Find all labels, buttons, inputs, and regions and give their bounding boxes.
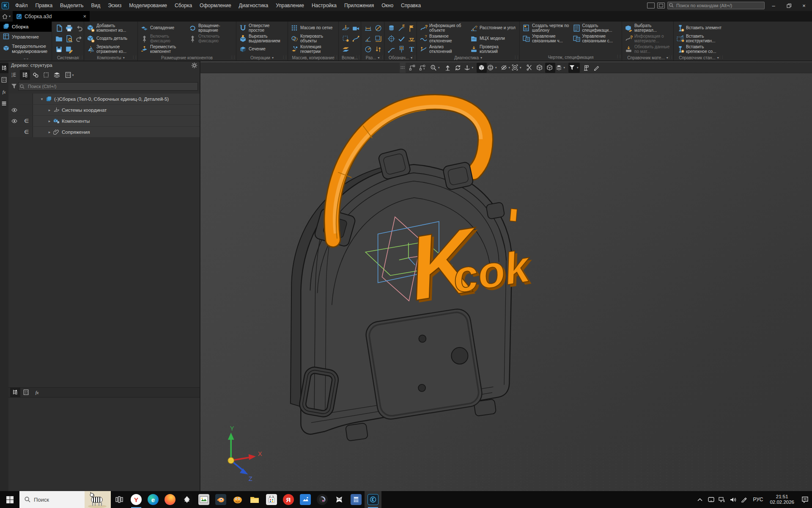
menu-item-4[interactable]: Эскиз (104, 1, 125, 10)
recessed-panel[interactable] (364, 307, 484, 421)
tray-expand-icon[interactable] (694, 491, 705, 508)
group-drag-dots-icon[interactable]: ⋮⋮ (282, 55, 287, 59)
screw-hole[interactable] (419, 335, 426, 342)
dropdown-caret-icon[interactable]: ▾ (576, 66, 579, 69)
yandex-browser-icon[interactable]: Y (128, 491, 145, 508)
ribbon-collapse-icon[interactable]: ⌄⌄ (0, 56, 52, 60)
filter-icon[interactable] (11, 83, 17, 89)
inkscape-icon[interactable] (178, 491, 195, 508)
sketch-placement-icon[interactable] (417, 63, 428, 73)
group-drag-dots-icon[interactable]: ⋮⋮ (332, 55, 337, 59)
copy-objects-button[interactable]: Копировать объекты (290, 33, 337, 44)
scene-layers-icon[interactable]: ▾ (555, 63, 567, 73)
manage-linked-specs-button[interactable]: Управление связанными с... (572, 33, 621, 44)
group-drag-dots-icon[interactable]: ⋮⋮ (513, 55, 518, 59)
cylinder-note-icon[interactable] (386, 23, 396, 33)
control-point-icon[interactable] (340, 33, 351, 44)
ribbon-nav-0[interactable]: Сборка (0, 22, 52, 32)
zoom-area-icon[interactable]: ▾ (430, 63, 441, 73)
include-icon[interactable]: ∈ (21, 129, 33, 135)
section-button[interactable]: Сечение (238, 44, 287, 55)
ribbon-nav-1[interactable]: Управление (0, 32, 52, 42)
network-icon[interactable] (716, 491, 727, 508)
blender-icon[interactable] (212, 491, 229, 508)
geometry-collection-button[interactable]: Коллекция геометрии (290, 44, 337, 55)
home-button[interactable]: ▾ (0, 11, 13, 22)
visibility-eye-icon[interactable] (8, 108, 21, 112)
reference-planes-icon[interactable] (340, 44, 351, 54)
manage-linked-drawings-button[interactable]: Управление связанными ч... (521, 33, 571, 44)
menu-item-8[interactable]: Диагностика (235, 1, 272, 10)
radial-dimension-icon[interactable] (363, 44, 373, 54)
variables-tab-icon[interactable]: fx (32, 387, 42, 398)
stylus-icon[interactable] (592, 63, 602, 73)
screen-toggle-icon[interactable] (657, 3, 665, 8)
panels-menu-icon[interactable] (0, 99, 8, 109)
spline-icon[interactable] (351, 33, 361, 44)
menu-item-7[interactable]: Оформление (196, 1, 235, 10)
file-explorer-icon[interactable] (246, 491, 263, 508)
menu-item-5[interactable]: Моделирование (125, 1, 171, 10)
create-part-button[interactable]: Создать деталь (86, 33, 137, 44)
menu-item-1[interactable]: Правка (32, 1, 57, 10)
section-view-icon[interactable] (525, 63, 535, 73)
tree-row[interactable]: ∈▸Сопряжения (8, 127, 200, 137)
coincidence-mate-button[interactable]: Совпадение (140, 23, 187, 33)
leader-icon[interactable] (386, 44, 396, 54)
tree-expander-icon[interactable]: ▸ (47, 108, 52, 112)
start-button[interactable] (0, 491, 19, 508)
local-view-icon[interactable] (351, 23, 361, 33)
diameter-dimension-icon[interactable] (373, 23, 383, 33)
undo-icon[interactable] (74, 23, 84, 33)
cut-extrude-button[interactable]: Вырезать выдавливанием (238, 33, 287, 44)
save-icon[interactable] (54, 44, 64, 54)
yandex-icon[interactable]: Я (280, 491, 297, 508)
calculator-icon[interactable] (348, 491, 365, 508)
grid-pattern-button[interactable]: Массив по сетке (290, 23, 337, 33)
tree-row[interactable]: ∈▸Компоненты (8, 116, 200, 126)
model-properties-button[interactable]: МЦХ модели (469, 33, 518, 44)
tree-expander-icon[interactable]: ▾ (39, 97, 45, 101)
save-as-icon[interactable] (64, 44, 74, 54)
insert-element-button[interactable]: Вставить элемент (675, 23, 723, 33)
3d-scene[interactable]: K cok K cok Y X Z (200, 61, 812, 491)
restore-button[interactable] (782, 1, 795, 10)
dropdown-caret-icon[interactable]: ▾ (563, 66, 566, 69)
linear-dimension-icon[interactable] (363, 23, 373, 33)
tree-filter-list-icon[interactable]: ▾ (62, 70, 77, 80)
move-view-icon[interactable] (443, 63, 453, 73)
menu-item-11[interactable]: Приложения (340, 1, 378, 10)
deviation-analysis-button[interactable]: Анализ отклонений (419, 44, 468, 55)
flag-icon[interactable] (406, 23, 417, 33)
check-mark-icon[interactable] (396, 33, 406, 44)
round-port[interactable] (451, 348, 468, 364)
menu-item-0[interactable]: Файл (11, 1, 32, 10)
tab-assembly[interactable]: Сборка.a3d × (13, 11, 90, 22)
menu-item-9[interactable]: Управление (272, 1, 308, 10)
redo-icon[interactable] (74, 33, 84, 44)
angle-dimension-icon[interactable] (363, 33, 373, 44)
dropdown-caret-icon[interactable]: ▾ (494, 66, 498, 69)
notifications-icon[interactable] (798, 491, 812, 508)
add-component-from-file-button[interactable]: Добавить компонент из... (86, 23, 137, 33)
image-viewer-icon[interactable] (195, 491, 212, 508)
new-document-icon[interactable] (54, 23, 64, 33)
variables-panel-icon[interactable]: fx (0, 87, 8, 97)
tree-expander-icon[interactable]: ▸ (47, 130, 52, 134)
kompas-3d-icon[interactable] (365, 491, 381, 508)
foobar2000-icon[interactable] (331, 491, 348, 508)
tree-row[interactable]: ▸Системы координат (8, 105, 200, 115)
rotate-view-icon[interactable] (453, 63, 464, 73)
distance-angle-button[interactable]: ?Расстояние и угол (469, 23, 518, 33)
case-foot[interactable] (346, 423, 368, 441)
text-icon[interactable]: T (406, 44, 417, 54)
display-wireframe-icon[interactable]: ▾ (487, 63, 498, 73)
auto-dimension-icon[interactable] (373, 33, 383, 44)
choose-material-button[interactable]: Выбрать материал... (624, 23, 672, 33)
group-dropdown-icon[interactable]: ▾ (123, 56, 125, 60)
tree-expander-icon[interactable]: ▸ (47, 119, 52, 123)
tree-row[interactable]: ▾(-)Сборка (Тел-0, Сборочных единиц-0, Д… (8, 94, 200, 104)
toolbar-grip-handle[interactable] (400, 63, 406, 73)
group-drag-dots-icon[interactable]: ⋮⋮ (355, 55, 360, 59)
print-icon[interactable] (64, 23, 74, 33)
